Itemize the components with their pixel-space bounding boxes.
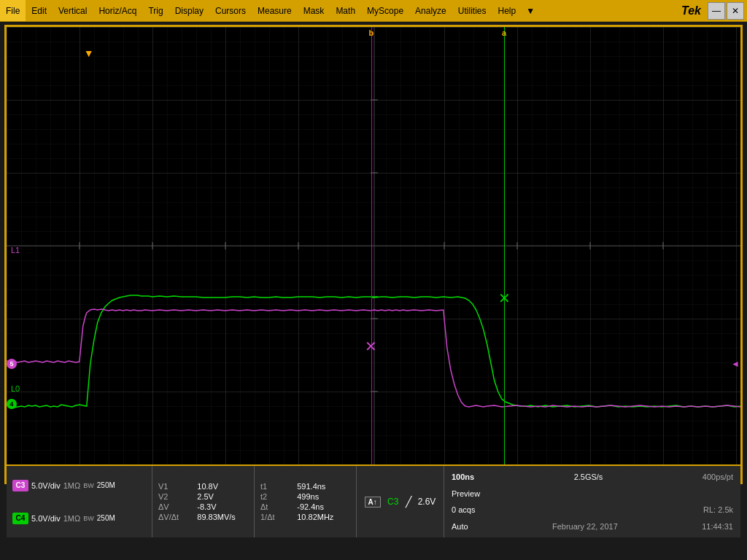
trigger-section: A↑ C3 ╱ 2.6V [357,466,444,537]
menu-horizacq[interactable]: Horiz/Acq [93,0,142,21]
voltage-meas-section: V1 10.8V V2 2.5V ΔV -8.3V ΔV/Δt 89.83MV/… [152,466,255,537]
ch3-bw-label: BW [83,482,94,489]
menu-mask[interactable]: Mask [298,0,330,21]
cursor-b-label: b [369,28,374,37]
cursor-b-ch3-cross: ✕ [365,338,377,355]
dt-label: Δt [260,502,291,511]
menu-display[interactable]: Display [169,0,209,21]
menu-trig[interactable]: Trig [142,0,169,21]
menu-utilities[interactable]: Utilities [452,0,492,21]
menu-vertical[interactable]: Vertical [53,0,93,21]
titlebar: File Edit Vertical Horiz/Acq Trig Displa… [0,0,747,22]
v1-label: V1 [158,482,191,491]
v1-value: 10.8V [197,482,248,491]
oscilloscope-frame: b a ▼ L1 L0 5 4 ✕ ✕ ◄ C3 5.0V/div 1MΩ BW… [4,25,743,484]
t2-label: t2 [260,492,291,501]
menu-measure[interactable]: Measure [252,0,298,21]
ch3-scale: 5.0V/div [31,481,61,490]
menu-analyze[interactable]: Analyze [409,0,452,21]
cursor-a[interactable] [504,27,505,464]
ch4-info-row: C4 5.0V/div 1MΩ BW 250M [12,513,146,524]
trigger-slope: ╱ [406,496,411,508]
cursor-b[interactable] [371,27,372,464]
rec-len: 400ps/pt [703,472,733,481]
trigger-at-badge: A↑ [365,497,381,508]
close-button[interactable]: ✕ [727,2,744,20]
acq-section: 100ns 2.5GS/s 400ps/pt Preview 0 acqs RL… [444,466,740,537]
menu-help[interactable]: Help [492,0,522,21]
preview-label: Preview [452,489,480,498]
trigger-level: 2.6V [418,497,436,507]
menu-edit[interactable]: Edit [26,0,53,21]
ch3-info-row: C3 5.0V/div 1MΩ BW 250M [12,480,146,491]
menu-math[interactable]: Math [330,0,361,21]
menu-myscope[interactable]: MyScope [361,0,409,21]
trigger-arrow: ▼ [84,47,94,59]
ch4-bw-val: 250M [97,514,115,522]
right-arrow-indicator: ◄ [731,359,740,369]
sample-rate: 2.5GS/s [574,472,603,481]
ch4-scale: 5.0V/div [31,514,61,523]
dvdt-value: 89.83MV/s [197,513,248,521]
ch3-bw-val: 250M [97,481,115,489]
preview-row: Preview [452,489,733,498]
acqs-count: 0 acqs [452,505,475,514]
channel-info-section: C3 5.0V/div 1MΩ BW 250M C4 5.0V/div 1MΩ … [7,466,152,537]
dv-label: ΔV [158,502,191,511]
ch4-ref-marker: 4 [7,399,17,409]
inv-dt-label: 1/Δt [260,513,291,521]
dvdt-label: ΔV/Δt [158,513,191,521]
t1-label: t1 [260,482,291,491]
ch3-badge: C3 [12,480,28,491]
cursor-a-label: a [502,28,506,37]
ch4-badge: C4 [12,513,28,524]
time-grid: t1 591.4ns t2 499ns Δt -92.4ns 1/Δt 10.8… [260,482,350,521]
time-div: 100ns [452,472,474,481]
menu-file[interactable]: File [0,0,26,21]
datetime-row: Auto February 22, 2017 11:44:31 [452,522,733,531]
cursor-a-ch4-cross: ✕ [498,289,511,307]
rl-label: RL: 2.5k [703,505,733,514]
ch3-imp: 1MΩ [63,481,81,490]
ch4-bw-label: BW [83,515,94,522]
timebase-row: 100ns 2.5GS/s 400ps/pt [452,472,733,481]
v2-label: V2 [158,492,191,501]
acq-time: 11:44:31 [702,522,733,531]
waveform-area: b a ▼ L1 L0 5 4 ✕ ✕ ◄ [7,27,740,464]
minimize-button[interactable]: — [708,2,725,20]
inv-dt-value: 10.82MHz [297,513,350,521]
acq-date: February 22, 2017 [552,522,618,531]
t1-value: 591.4ns [297,482,350,491]
menu-dropdown[interactable]: ▼ [522,0,539,21]
status-bar: C3 5.0V/div 1MΩ BW 250M C4 5.0V/div 1MΩ … [7,464,740,537]
ch4-imp: 1MΩ [63,514,81,523]
voltage-grid: V1 10.8V V2 2.5V ΔV -8.3V ΔV/Δt 89.83MV/… [158,482,248,521]
waveform-svg [7,27,740,464]
dt-value: -92.4ns [297,502,350,511]
ch3-label: L1 [11,246,20,254]
dv-value: -8.3V [197,502,248,511]
ch3-ref-marker: 5 [7,359,17,369]
ch4-label: L0 [11,384,20,393]
time-meas-section: t1 591.4ns t2 499ns Δt -92.4ns 1/Δt 10.8… [255,466,357,537]
acqs-row: 0 acqs RL: 2.5k [452,505,733,514]
trigger-ch: C3 [387,497,398,507]
v2-value: 2.5V [197,492,248,501]
menu-cursors[interactable]: Cursors [209,0,252,21]
tek-logo: Tek [681,4,707,18]
acq-mode: Auto [452,522,468,531]
t2-value: 499ns [297,492,350,501]
